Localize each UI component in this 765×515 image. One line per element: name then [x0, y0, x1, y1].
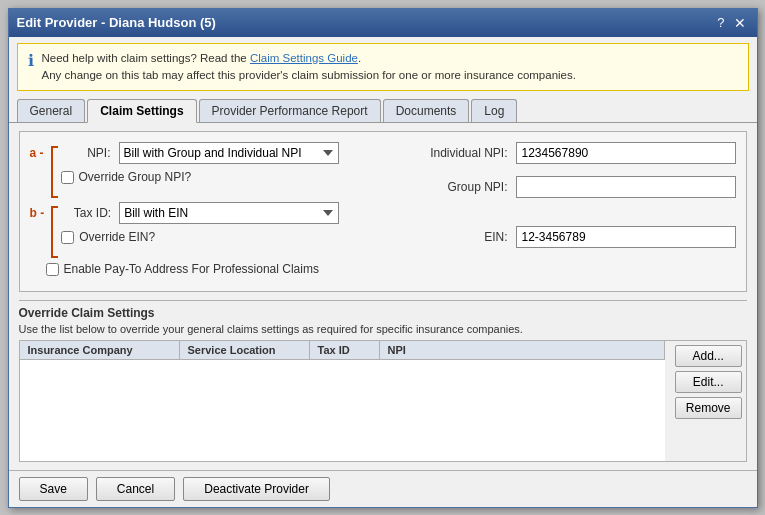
npi-label: NPI:: [61, 146, 111, 160]
info-icon: ℹ: [28, 51, 34, 70]
remove-button[interactable]: Remove: [675, 397, 742, 419]
section-a-content: NPI: Bill with Group and Individual NPI …: [61, 142, 339, 189]
right-col: Individual NPI: 1234567890 Group NPI: EI…: [418, 142, 736, 254]
section-a-letter: a -: [30, 142, 44, 164]
section-b-letter: b -: [30, 202, 45, 224]
title-bar-controls: ? ✕: [717, 15, 748, 30]
npi-select[interactable]: Bill with Group and Individual NPI Bill …: [119, 142, 339, 164]
edit-provider-dialog: Edit Provider - Diana Hudson (5) ? ✕ ℹ N…: [8, 8, 758, 508]
cancel-button[interactable]: Cancel: [96, 477, 175, 501]
tab-provider-performance-report[interactable]: Provider Performance Report: [199, 99, 381, 122]
warning-line1-prefix: Need help with claim settings? Read the: [42, 52, 250, 64]
section-b: b - Tax ID: Bill with EIN Bill with SSN: [30, 202, 388, 258]
col-npi: NPI: [380, 341, 665, 359]
title-bar: Edit Provider - Diana Hudson (5) ? ✕: [9, 9, 757, 37]
warning-line2: Any change on this tab may affect this p…: [42, 69, 576, 81]
ein-label: EIN:: [418, 230, 508, 244]
override-section: Override Claim Settings Use the list bel…: [19, 300, 747, 462]
individual-npi-label: Individual NPI:: [418, 146, 508, 160]
deactivate-button[interactable]: Deactivate Provider: [183, 477, 330, 501]
save-button[interactable]: Save: [19, 477, 88, 501]
tax-id-row: Tax ID: Bill with EIN Bill with SSN Bill…: [61, 202, 339, 224]
override-description: Use the list below to override your gene…: [19, 323, 747, 335]
group-npi-label: Group NPI:: [418, 180, 508, 194]
individual-npi-row: Individual NPI: 1234567890: [418, 142, 736, 164]
tabs-row: General Claim Settings Provider Performa…: [9, 99, 757, 123]
enable-payto-row: Enable Pay-To Address For Professional C…: [46, 262, 388, 276]
table-header: Insurance Company Service Location Tax I…: [20, 341, 665, 360]
override-title: Override Claim Settings: [19, 306, 155, 320]
claim-settings-guide-link[interactable]: Claim Settings Guide: [250, 52, 358, 64]
warning-banner: ℹ Need help with claim settings? Read th…: [17, 43, 749, 92]
col-insurance-company: Insurance Company: [20, 341, 180, 359]
override-title-area: Override Claim Settings: [19, 300, 747, 320]
warning-line1-end: .: [358, 52, 361, 64]
col-service-location: Service Location: [180, 341, 310, 359]
override-group-npi-row: Override Group NPI?: [61, 170, 339, 184]
close-button[interactable]: ✕: [731, 16, 749, 30]
override-ein-label[interactable]: Override EIN?: [79, 230, 155, 244]
group-npi-row: Group NPI:: [418, 176, 736, 198]
override-ein-row: Override EIN?: [61, 230, 339, 244]
help-icon[interactable]: ?: [717, 15, 724, 30]
left-col: a - NPI: Bill with Group and Individual …: [30, 142, 388, 281]
tab-documents[interactable]: Documents: [383, 99, 470, 122]
tab-content: a - NPI: Bill with Group and Individual …: [9, 123, 757, 470]
section-b-content: Tax ID: Bill with EIN Bill with SSN Bill…: [61, 202, 339, 249]
enable-payto-checkbox[interactable]: [46, 263, 59, 276]
ein-input[interactable]: 12-3456789: [516, 226, 736, 248]
override-table: Insurance Company Service Location Tax I…: [20, 341, 665, 461]
dialog-title: Edit Provider - Diana Hudson (5): [17, 15, 216, 30]
tab-claim-settings[interactable]: Claim Settings: [87, 99, 196, 123]
override-group-npi-checkbox[interactable]: [61, 171, 74, 184]
col-tax-id: Tax ID: [310, 341, 380, 359]
section-a: a - NPI: Bill with Group and Individual …: [30, 142, 388, 198]
tax-id-label: Tax ID:: [61, 206, 111, 220]
tab-log[interactable]: Log: [471, 99, 517, 122]
tab-general[interactable]: General: [17, 99, 86, 122]
edit-button[interactable]: Edit...: [675, 371, 742, 393]
add-button[interactable]: Add...: [675, 345, 742, 367]
enable-payto-label[interactable]: Enable Pay-To Address For Professional C…: [64, 262, 319, 276]
two-col-form: a - NPI: Bill with Group and Individual …: [30, 142, 736, 281]
npi-row: NPI: Bill with Group and Individual NPI …: [61, 142, 339, 164]
override-content: Insurance Company Service Location Tax I…: [19, 340, 747, 462]
override-buttons: Add... Edit... Remove: [671, 341, 746, 461]
group-npi-input[interactable]: [516, 176, 736, 198]
override-ein-checkbox[interactable]: [61, 231, 74, 244]
tax-id-select[interactable]: Bill with EIN Bill with SSN Bill with Gr…: [119, 202, 339, 224]
override-group-npi-label[interactable]: Override Group NPI?: [79, 170, 192, 184]
table-body: [20, 360, 665, 461]
ein-row: EIN: 12-3456789: [418, 226, 736, 248]
warning-text: Need help with claim settings? Read the …: [42, 50, 576, 85]
individual-npi-input[interactable]: 1234567890: [516, 142, 736, 164]
form-area: a - NPI: Bill with Group and Individual …: [19, 131, 747, 292]
footer: Save Cancel Deactivate Provider: [9, 470, 757, 507]
